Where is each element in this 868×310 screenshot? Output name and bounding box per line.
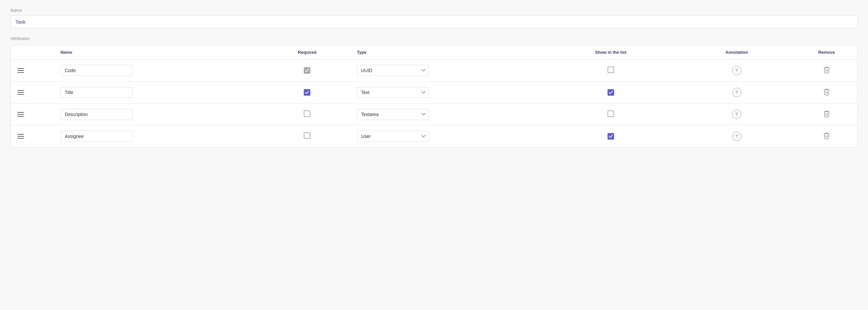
show-in-list-checkbox[interactable] (608, 133, 614, 140)
show-in-list-checkbox[interactable] (608, 89, 614, 96)
col-header-drag (11, 45, 55, 60)
annotation-button[interactable]: ? (732, 66, 741, 75)
col-header-show: Show in the list (544, 45, 677, 60)
required-checkbox[interactable] (304, 132, 310, 139)
row-name-input[interactable] (60, 87, 132, 98)
annotation-button[interactable]: ? (732, 88, 741, 97)
drag-handle[interactable] (16, 89, 25, 96)
col-header-required: Required (263, 45, 352, 60)
name-input[interactable] (10, 15, 858, 28)
show-in-list-checkbox[interactable] (608, 67, 614, 73)
name-section: Name (10, 8, 858, 36)
col-header-type: Type (352, 45, 544, 60)
required-checkbox[interactable] (304, 89, 310, 96)
drag-handle[interactable] (16, 111, 25, 118)
col-header-remove: Remove (796, 45, 857, 60)
type-select[interactable]: UUIDTextTextareaUser (357, 131, 429, 142)
drag-handle[interactable] (16, 133, 25, 140)
table-row: UUIDTextTextareaUser ? (11, 60, 857, 81)
type-select[interactable]: UUIDTextTextareaUser (357, 109, 429, 120)
row-name-input[interactable] (60, 131, 132, 142)
row-name-input[interactable] (60, 65, 132, 76)
annotation-button[interactable]: ? (732, 110, 741, 119)
remove-button[interactable] (824, 110, 830, 117)
name-label: Name (10, 8, 858, 13)
drag-handle[interactable] (16, 67, 25, 74)
remove-button[interactable] (824, 88, 830, 95)
attribution-section: Attribution Name Required Type Show in t… (10, 36, 858, 147)
row-name-input[interactable] (60, 109, 132, 120)
remove-button[interactable] (824, 66, 830, 73)
type-select[interactable]: UUIDTextTextareaUser (357, 87, 429, 98)
attribution-table-container: Name Required Type Show in the list Anno… (10, 45, 858, 147)
type-select[interactable]: UUIDTextTextareaUser (357, 65, 429, 76)
required-checkbox[interactable] (304, 110, 310, 117)
required-checkbox[interactable] (304, 67, 310, 74)
show-in-list-checkbox[interactable] (608, 110, 614, 117)
table-row: UUIDTextTextareaUser ? (11, 104, 857, 126)
attribution-table: Name Required Type Show in the list Anno… (11, 45, 857, 147)
col-header-annotation: Annotation (677, 45, 796, 60)
table-row: UUIDTextTextareaUser ? (11, 81, 857, 104)
col-header-name: Name (55, 45, 262, 60)
annotation-button[interactable]: ? (732, 132, 741, 141)
attribution-label: Attribution (10, 36, 858, 41)
remove-button[interactable] (824, 132, 830, 139)
table-row: UUIDTextTextareaUser ? (11, 126, 857, 147)
